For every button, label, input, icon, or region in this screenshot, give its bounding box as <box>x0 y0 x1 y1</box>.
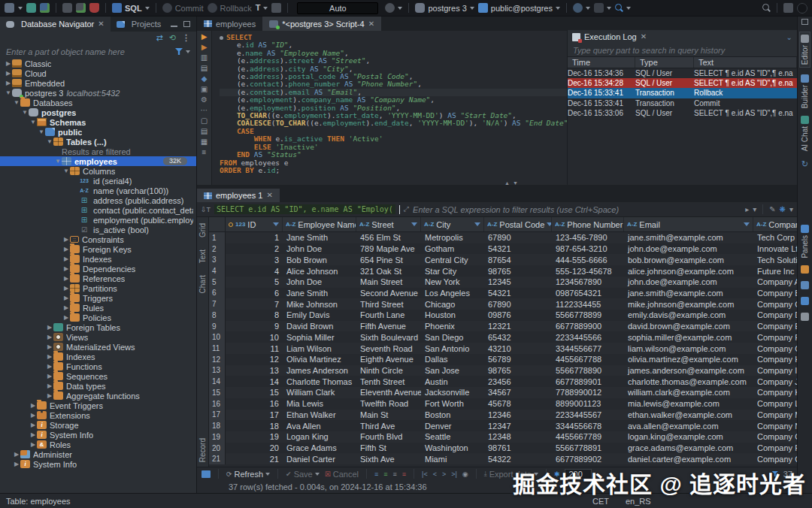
row-number[interactable]: 9 <box>209 321 226 332</box>
grid-cell[interactable]: grace.adams@example.com <box>624 443 753 454</box>
grid-cell[interactable]: 19 <box>226 431 283 443</box>
grid-cell[interactable]: Innovate Ltd <box>753 243 797 255</box>
grid-cell[interactable]: Company F <box>753 331 797 343</box>
grid-cell[interactable]: Ethan Walker <box>283 410 356 421</box>
tree-item[interactable]: id (serial4) <box>0 176 196 186</box>
grid-cell[interactable]: mia.lewis@example.com <box>624 398 753 410</box>
grid-cell[interactable]: Third Street <box>356 298 421 310</box>
grid-cell[interactable]: Company L <box>753 398 797 410</box>
grid-cell[interactable]: San Jose <box>421 365 484 376</box>
grid-cell[interactable]: Sixth Boulevard <box>356 331 421 343</box>
tree-item[interactable]: ▶Cloud <box>0 68 196 78</box>
row-number[interactable]: 12 <box>209 354 226 365</box>
panel-toggle-icon[interactable]: ▾ <box>789 205 793 213</box>
table-row[interactable]: 88Emily DavisFourth LaneHouston098765566… <box>209 310 797 321</box>
row-number[interactable]: 21 <box>209 453 226 464</box>
table-row[interactable]: 1616Mia LewisTwelfth RoadFort Worth45678… <box>209 398 797 410</box>
grid-cell[interactable]: 1 <box>226 232 283 243</box>
clear-filter-icon[interactable]: ≡ <box>402 470 406 478</box>
grid-cell[interactable]: 14 <box>226 376 283 387</box>
presentation-tab-grid[interactable]: Grid <box>198 223 207 237</box>
grid-cell[interactable]: 3344556678 <box>552 420 624 431</box>
grid-cell[interactable]: 321 Oak St <box>356 265 421 277</box>
lock-icon[interactable] <box>271 3 281 13</box>
tree-item[interactable]: ▶Materialized Views <box>0 342 196 352</box>
filter-settings-icon[interactable]: ❋ <box>780 205 786 213</box>
security-icon[interactable] <box>89 3 99 13</box>
search-icon[interactable] <box>762 4 771 12</box>
tree-item[interactable]: ▶Indexes <box>0 352 196 361</box>
grid-column-header[interactable]: 123ID <box>226 217 283 231</box>
grid-cell[interactable]: Second Avenue <box>356 288 421 299</box>
row-number[interactable]: 13 <box>209 365 226 376</box>
right-tab-editor[interactable]: Editor <box>800 32 810 67</box>
compare-button[interactable] <box>594 3 611 13</box>
grid-cell[interactable]: daniel.carter@example.com <box>624 453 753 464</box>
tree-item[interactable]: ▶Event Triggers <box>0 401 196 410</box>
edit-filter-icon[interactable]: ✎ <box>769 205 775 213</box>
tab-script-4[interactable]: *<postgres 3> Script-4✕ <box>262 17 381 31</box>
grid-cell[interactable]: Alice Johnson <box>283 265 356 277</box>
table-row[interactable]: 66Jane SmithSecond AvenueLos Angeles5432… <box>209 288 797 299</box>
row-number[interactable]: 16 <box>209 398 226 410</box>
presentation-tab-chart[interactable]: Chart <box>198 275 207 293</box>
row-number[interactable]: 15 <box>209 387 226 398</box>
row-number[interactable]: 17 <box>209 410 226 421</box>
tree-item[interactable]: employment (public.employment_ <box>0 215 196 225</box>
right-tab-builder[interactable]: Builder <box>801 74 809 108</box>
table-row[interactable]: 2121Daniel CarterSixth AveMiami543226677… <box>209 453 797 464</box>
tree-item[interactable]: ▶Roles <box>0 440 196 449</box>
grid-cell[interactable]: 5 <box>226 277 283 288</box>
presentation-tab-text[interactable]: Text <box>198 249 207 263</box>
grid-cell[interactable]: Central City <box>421 254 484 265</box>
grid-cell[interactable]: Fifth St <box>356 443 421 454</box>
more-icon[interactable]: ⋯ <box>199 107 210 114</box>
table-row[interactable]: 11Jane Smith456 Elm StMetropolis67890123… <box>209 232 797 243</box>
splitter-grip[interactable]: ▲▼ <box>496 180 526 185</box>
grid-cell[interactable]: James Anderson <box>283 365 356 376</box>
grid-cell[interactable]: San Antonio <box>421 343 484 354</box>
grid-cell[interactable]: jane.smith@example.com <box>624 232 753 243</box>
grid-cell[interactable]: liam.wilson@example.com <box>624 343 753 354</box>
log-col-text[interactable]: Text <box>694 57 797 68</box>
table-row[interactable]: 1414Charlotte ThomasTenth StreetAustin23… <box>209 376 797 387</box>
grid-cell[interactable]: Company O <box>753 431 797 443</box>
grid-cell[interactable]: 4455667789 <box>552 431 624 443</box>
grid-cell[interactable]: Charlotte Thomas <box>283 376 356 387</box>
grid-cell[interactable]: Star City <box>421 265 484 277</box>
grid-cell[interactable]: Main St <box>356 410 421 421</box>
filter-hint[interactable]: Enter a SQL expression to filter results… <box>413 205 741 214</box>
grid-cell[interactable]: Boston <box>421 410 484 421</box>
row-number[interactable]: 2 <box>209 243 226 255</box>
grid-cell[interactable]: Eleventh Avenue <box>356 387 421 398</box>
grid-cell[interactable]: Daniel Carter <box>283 453 356 464</box>
tree-item[interactable]: ▶Functions <box>0 361 196 371</box>
table-row[interactable]: 44Alice Johnson321 Oak StStar City987655… <box>209 265 797 277</box>
row-number[interactable]: 3 <box>209 254 226 265</box>
refresh-tree-icon[interactable]: ⟲ <box>169 33 176 43</box>
grid-cell[interactable]: Company H <box>753 354 797 365</box>
log-row[interactable]: Dec-16 15:33:41TransactionCommit <box>568 98 797 108</box>
tree-item[interactable]: ▶Sequences <box>0 371 196 381</box>
grid-cell[interactable]: 54321 <box>484 243 552 255</box>
presentation-tab-record[interactable]: Record <box>198 438 207 462</box>
tree-item[interactable]: ▼Databases <box>0 98 196 107</box>
value-viewer-icon[interactable] <box>801 265 809 274</box>
dashboard-button[interactable] <box>573 3 590 13</box>
grid-cell[interactable]: Company K <box>753 387 797 398</box>
grid-cell[interactable]: Company P <box>753 443 797 454</box>
transaction-log-button[interactable] <box>385 3 402 13</box>
tree-item[interactable]: address (public.address) <box>0 195 196 205</box>
grid-cell[interactable]: 4 <box>226 265 283 277</box>
grid-cell[interactable]: Phoenix <box>421 321 484 332</box>
table-row[interactable]: 1515William ClarkEleventh AvenueJacksonv… <box>209 387 797 398</box>
grid-cell[interactable]: 65432 <box>484 331 552 343</box>
grid-cell[interactable]: 456 Elm St <box>356 232 421 243</box>
prev-row-icon[interactable]: < <box>433 470 437 478</box>
grid-cell[interactable]: 18 <box>226 420 283 431</box>
grid-cell[interactable]: David Brown <box>283 321 356 332</box>
grid-cell[interactable]: 98765 <box>484 265 552 277</box>
table-row[interactable]: 55John DoeMain StreetNew York12345123456… <box>209 277 797 288</box>
row-number[interactable]: 5 <box>209 277 226 288</box>
tree-item[interactable]: ▶Partitions <box>0 283 196 293</box>
